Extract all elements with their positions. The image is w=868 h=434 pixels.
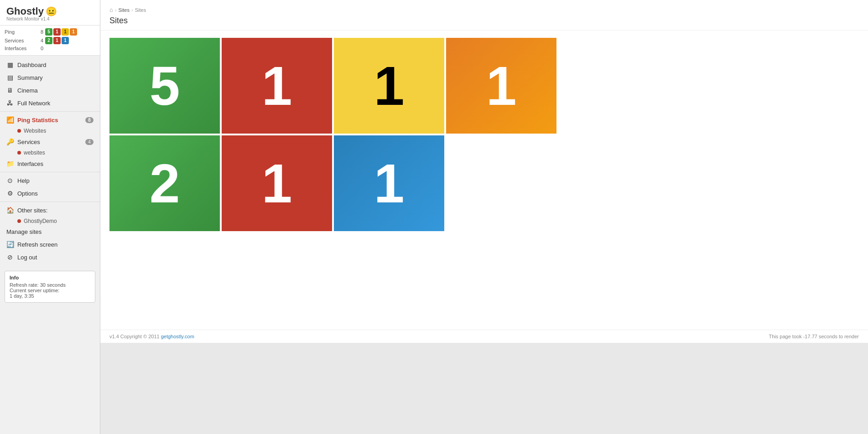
footer-link[interactable]: getghostly.com — [161, 334, 194, 339]
services-badge-green: 2 — [45, 37, 52, 44]
site-tile-r1c3[interactable]: 1 — [334, 38, 444, 134]
interfaces-label: Interfaces — [5, 46, 34, 51]
nav-manage-sites[interactable]: Manage sites — [0, 226, 100, 238]
interfaces-count: 0 — [34, 46, 43, 51]
main-content: ⌂ › Sites › Sites Sites 5 1 1 1 2 — [100, 0, 868, 434]
site-tile-r1c1[interactable]: 5 — [109, 38, 220, 134]
tile-r2c1-number: 2 — [150, 156, 180, 211]
site-tile-r2c4-empty — [446, 135, 556, 231]
help-icon: ⊙ — [6, 177, 14, 184]
ping-badge-yellow: 1 — [62, 28, 69, 36]
ping-badge-green: 5 — [45, 28, 52, 36]
logout-icon: ⊘ — [6, 253, 14, 261]
nav-summary[interactable]: ▤ Summary — [0, 71, 100, 84]
home-nav-icon: 🏠 — [6, 207, 14, 214]
logo-face-icon: 😐 — [46, 6, 57, 17]
breadcrumb-home-icon: ⌂ — [109, 6, 113, 13]
breadcrumb: ⌂ › Sites › Sites — [109, 6, 859, 13]
nav-services-websites-label: websites — [24, 150, 45, 156]
main-footer: v1.4 Copyright © 2011 getghostly.com Thi… — [100, 330, 868, 343]
info-refresh-rate: Refresh rate: 30 seconds — [10, 282, 90, 288]
nav-help-label: Help — [17, 177, 30, 184]
breadcrumb-current: Sites — [135, 7, 146, 13]
sidebar: Ghostly 😐 Network Monitor v1.4 Ping 8 5 … — [0, 0, 100, 434]
site-tile-r2c2[interactable]: 1 — [222, 135, 332, 231]
sites-grid: 5 1 1 1 2 1 1 — [109, 38, 556, 231]
services-badge-blue: 1 — [62, 37, 69, 44]
ping-badge-orange: 1 — [70, 28, 77, 36]
full-network-icon: 🖧 — [6, 99, 14, 107]
nav-dashboard[interactable]: ▦ Dashboard — [0, 58, 100, 71]
services-status-row: Services 4 2 1 1 — [5, 37, 95, 44]
ping-nav-badge: 8 — [85, 117, 94, 123]
nav-divider-2 — [0, 172, 100, 172]
breadcrumb-sep-1: › — [115, 7, 117, 13]
nav-section: ▦ Dashboard ▤ Summary 🖥 Cinema 🖧 Full Ne… — [0, 56, 100, 266]
info-uptime-label: Current server uptime: — [10, 288, 90, 293]
nav-other-sites-header: 🏠 Other sites: — [0, 204, 100, 217]
interfaces-icon: 📁 — [6, 160, 14, 167]
tile-r1c3-number: 1 — [374, 58, 405, 113]
nav-ping-statistics[interactable]: 📶 Ping Statistics 8 — [0, 114, 100, 126]
ping-icon: 📶 — [6, 116, 14, 124]
services-nav-badge: 4 — [85, 139, 94, 145]
ping-badges: 5 1 1 1 — [45, 28, 77, 36]
dashboard-icon: ▦ — [6, 61, 14, 68]
ping-badge-red: 1 — [53, 28, 61, 36]
tile-r1c4-number: 1 — [486, 58, 517, 113]
refresh-icon: 🔄 — [6, 241, 14, 248]
breadcrumb-sites-link[interactable]: Sites — [119, 7, 130, 13]
options-icon: ⚙ — [6, 190, 14, 197]
nav-interfaces-label: Interfaces — [17, 160, 43, 167]
site-tile-r1c2[interactable]: 1 — [222, 38, 332, 134]
services-count: 4 — [34, 38, 43, 43]
nav-interfaces[interactable]: 📁 Interfaces — [0, 157, 100, 170]
nav-summary-label: Summary — [17, 74, 43, 81]
app-name-text: Ghostly — [6, 5, 44, 17]
footer-render-time: This page took -17.77 seconds to render — [769, 334, 859, 339]
nav-services-websites[interactable]: websites — [0, 148, 100, 157]
sites-grid-container: 5 1 1 1 2 1 1 — [100, 31, 868, 330]
nav-cinema[interactable]: 🖥 Cinema — [0, 84, 100, 97]
nav-ghostly-demo[interactable]: GhostlyDemo — [0, 217, 100, 226]
nav-options-label: Options — [17, 190, 38, 197]
nav-ping-label: Ping Statistics — [17, 117, 58, 124]
ping-sub-dot — [17, 129, 21, 133]
nav-full-network-label: Full Network — [17, 100, 50, 107]
below-main-gray — [100, 343, 868, 434]
services-badges: 2 1 1 — [45, 37, 69, 44]
nav-cinema-label: Cinema — [17, 87, 38, 94]
services-badge-red: 1 — [53, 37, 61, 44]
app-version: Network Monitor v1.4 — [6, 16, 94, 21]
nav-options[interactable]: ⚙ Options — [0, 187, 100, 200]
nav-refresh-screen[interactable]: 🔄 Refresh screen — [0, 238, 100, 251]
info-box: Info Refresh rate: 30 seconds Current se… — [5, 271, 95, 303]
interfaces-status-row: Interfaces 0 — [5, 46, 95, 51]
breadcrumb-sep-2: › — [131, 7, 133, 13]
site-tile-r2c1[interactable]: 2 — [109, 135, 220, 231]
summary-icon: ▤ — [6, 74, 14, 81]
app-name: Ghostly 😐 — [6, 5, 94, 17]
nav-manage-sites-label: Manage sites — [6, 228, 42, 235]
site-tile-r1c4[interactable]: 1 — [446, 38, 556, 134]
nav-services[interactable]: 🔑 Services 4 — [0, 135, 100, 148]
site-tile-r2c3[interactable]: 1 — [334, 135, 444, 231]
nav-full-network[interactable]: 🖧 Full Network — [0, 97, 100, 109]
nav-logout[interactable]: ⊘ Log out — [0, 251, 100, 264]
ping-label: Ping — [5, 29, 34, 35]
nav-divider-3 — [0, 202, 100, 202]
ghostly-demo-dot — [17, 219, 21, 223]
tile-r1c2-number: 1 — [262, 58, 292, 113]
ping-count: 8 — [34, 29, 43, 35]
tile-r2c2-number: 1 — [262, 156, 292, 211]
nav-ping-websites[interactable]: Websites — [0, 126, 100, 135]
nav-refresh-label: Refresh screen — [17, 241, 57, 248]
main-header: ⌂ › Sites › Sites Sites — [100, 0, 868, 31]
status-bar: Ping 8 5 1 1 1 Services 4 2 1 1 Interfac… — [0, 26, 100, 56]
nav-ping-websites-label: Websites — [24, 128, 46, 134]
services-icon: 🔑 — [6, 138, 14, 145]
page-title: Sites — [109, 16, 859, 26]
info-uptime-value: 1 day, 3:35 — [10, 293, 90, 299]
tile-r1c1-number: 5 — [150, 58, 180, 113]
nav-help[interactable]: ⊙ Help — [0, 174, 100, 187]
